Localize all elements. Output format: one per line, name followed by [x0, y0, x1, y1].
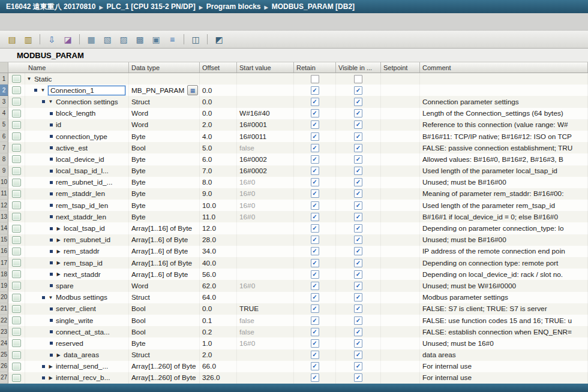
name-cell[interactable]: ▶rem_staddr	[25, 246, 129, 257]
name-cell[interactable]: active_est	[25, 142, 129, 153]
name-cell[interactable]: rem_staddr_len	[25, 188, 129, 200]
name-cell[interactable]: ▼Connection_1	[25, 85, 129, 96]
retain-checkbox[interactable]: ✓	[311, 339, 319, 348]
row-number[interactable]: 5	[0, 119, 8, 131]
retain-checkbox[interactable]: ✓	[311, 120, 319, 129]
comment-cell[interactable]: Depending on connection type: remote por…	[420, 257, 588, 269]
data-type-cell[interactable]: Bool	[129, 326, 200, 337]
initialize-setpoints-icon[interactable]: ▨	[116, 32, 131, 46]
comment-cell[interactable]: B#16#11: TCP/IP native; B#16#12: ISO on …	[420, 131, 588, 142]
name-cell[interactable]: ▼Connection settings	[25, 96, 129, 107]
retain-checkbox[interactable]	[311, 75, 319, 83]
name-cell[interactable]: local_tsap_id_l...	[25, 165, 129, 177]
row-number[interactable]: 18	[0, 269, 8, 280]
start-value-cell[interactable]	[237, 85, 294, 96]
start-value-cell[interactable]	[237, 361, 294, 372]
row-number[interactable]: 4	[0, 108, 8, 119]
start-value-cell[interactable]: TRUE	[237, 303, 294, 315]
column-header-retain[interactable]: Retain	[294, 62, 336, 73]
data-type-cell[interactable]: Byte	[129, 131, 200, 142]
start-value-cell[interactable]	[237, 349, 294, 361]
retain-checkbox[interactable]: ✓	[311, 316, 319, 325]
comment-cell[interactable]: Unused; must be 16#0	[420, 337, 588, 349]
visible-checkbox[interactable]: ✓	[354, 373, 362, 382]
data-type-cell[interactable]: Array[1..6] of Byte	[129, 269, 200, 280]
expanded-mode-icon[interactable]: ≡	[165, 32, 179, 46]
visible-checkbox[interactable]: ✓	[354, 98, 362, 106]
comment-cell[interactable]: Unused; must be W#16#0000	[420, 280, 588, 291]
comment-cell[interactable]: Allowed values: B#16#0, B#16#2, B#16#3, …	[420, 153, 588, 165]
start-value-cell[interactable]: W#16#40	[237, 108, 294, 119]
column-header-comment[interactable]: Comment	[420, 62, 588, 73]
row-number[interactable]: 16	[0, 246, 8, 257]
visible-checkbox[interactable]: ✓	[354, 86, 362, 95]
name-cell[interactable]: ▶rem_tsap_id	[25, 257, 129, 269]
data-type-cell[interactable]: MB_PN_PARAM▦	[129, 85, 200, 96]
data-type-cell[interactable]: Array[1..260] of Byte	[129, 361, 200, 372]
row-number[interactable]: 13	[0, 211, 8, 222]
retain-checkbox[interactable]: ✓	[311, 236, 319, 244]
name-cell[interactable]: ▶local_tsap_id	[25, 222, 129, 234]
retain-checkbox[interactable]: ✓	[311, 351, 319, 359]
snapshot-icon[interactable]: ◪	[61, 32, 75, 46]
row-number[interactable]: 10	[0, 177, 8, 188]
name-cell[interactable]: rem_subnet_id_...	[25, 177, 129, 188]
visible-checkbox[interactable]: ✓	[354, 236, 362, 244]
data-type-cell[interactable]: Array[1..16] of Byte	[129, 222, 200, 234]
comment-cell[interactable]: For internal use	[420, 372, 588, 384]
data-type-cell[interactable]: Bool	[129, 315, 200, 326]
comment-cell[interactable]: Used length of the parameter local_tsap_…	[420, 165, 588, 177]
name-cell[interactable]: single_write	[25, 315, 129, 326]
breadcrumb-item[interactable]: E16042 遠東重八 20170810	[6, 2, 95, 12]
expand-icon[interactable]: ▶	[48, 375, 53, 381]
row-number[interactable]: 23	[0, 326, 8, 337]
visible-checkbox[interactable]: ✓	[354, 120, 362, 129]
start-value-cell[interactable]	[237, 246, 294, 257]
row-number[interactable]: 12	[0, 200, 8, 211]
data-type-cell[interactable]: Bool	[129, 142, 200, 153]
visible-checkbox[interactable]: ✓	[354, 144, 362, 152]
row-number[interactable]: 19	[0, 280, 8, 291]
collapse-icon[interactable]: ▼	[40, 88, 46, 93]
retain-checkbox[interactable]: ✓	[311, 282, 319, 290]
visible-checkbox[interactable]: ✓	[354, 201, 362, 210]
collapse-icon[interactable]: ▼	[48, 99, 53, 104]
start-value-cell[interactable]: 16#0	[237, 337, 294, 349]
data-type-cell[interactable]: Word	[129, 280, 200, 291]
visible-checkbox[interactable]: ✓	[354, 259, 362, 267]
start-value-cell[interactable]	[237, 234, 294, 246]
row-number[interactable]: 26	[0, 361, 8, 372]
row-number[interactable]: 9	[0, 165, 8, 177]
comment-cell[interactable]: Depending on parameter connection_type: …	[420, 222, 588, 234]
comment-cell[interactable]: Modbus parameter settings	[420, 292, 588, 303]
data-type-cell[interactable]: Struct	[129, 349, 200, 361]
visible-checkbox[interactable]: ✓	[354, 132, 362, 141]
name-cell[interactable]: block_length	[25, 108, 129, 119]
retain-checkbox[interactable]: ✓	[311, 144, 319, 152]
data-type-cell[interactable]: Byte	[129, 337, 200, 349]
comment-cell[interactable]: Depending on local_device_id: rack / slo…	[420, 269, 588, 280]
data-type-cell[interactable]: Struct	[129, 292, 200, 303]
data-type-cell[interactable]: Array[1..6] of Byte	[129, 246, 200, 257]
column-header-start-value[interactable]: Start value	[237, 62, 294, 73]
column-header-offset[interactable]: Offset	[200, 62, 237, 73]
row-number[interactable]: 3	[0, 96, 8, 107]
retain-checkbox[interactable]: ✓	[311, 247, 319, 255]
comment-cell[interactable]: Unused; must be B#16#00	[420, 177, 588, 188]
start-value-cell[interactable]: 16#0	[237, 188, 294, 200]
start-value-cell[interactable]: 16#0001	[237, 119, 294, 131]
visible-checkbox[interactable]: ✓	[354, 351, 362, 359]
keep-actual-values-icon[interactable]: ⇩	[44, 32, 59, 46]
row-number[interactable]: 21	[0, 303, 8, 315]
retain-checkbox[interactable]: ✓	[311, 109, 319, 117]
add-row-icon[interactable]: ▥	[21, 32, 35, 46]
data-type-cell[interactable]: Byte	[129, 177, 200, 188]
row-number[interactable]: 20	[0, 292, 8, 303]
comment-cell[interactable]: FALSE: establish connection when ENQ_ENR…	[420, 326, 588, 337]
start-value-cell[interactable]: 16#0	[237, 200, 294, 211]
column-header-name[interactable]: Name	[8, 62, 129, 73]
start-value-cell[interactable]: 16#0002	[237, 165, 294, 177]
row-number[interactable]: 7	[0, 142, 8, 153]
monitor-all-icon[interactable]: ◫	[188, 32, 203, 46]
collapse-icon[interactable]: ▼	[48, 295, 53, 300]
